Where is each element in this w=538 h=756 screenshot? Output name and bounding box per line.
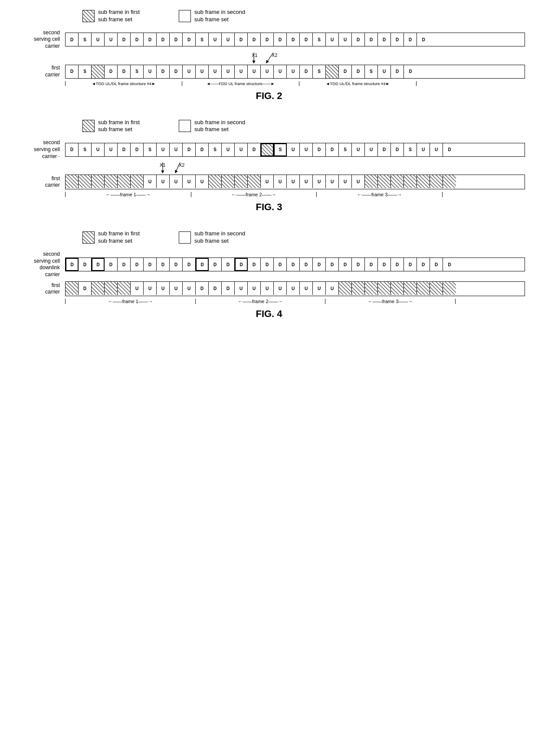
cell-24 <box>378 282 391 295</box>
cell-8: U <box>170 143 183 156</box>
cell-23: U <box>365 143 378 156</box>
cell-28: U <box>430 143 443 156</box>
cell-7: U <box>157 175 170 188</box>
cell-4 <box>118 175 131 188</box>
cell-5 <box>131 175 144 188</box>
cell-0: D <box>66 33 79 46</box>
cell-16: U <box>274 282 287 295</box>
cell-24: D <box>378 33 391 46</box>
cell-29 <box>443 175 456 188</box>
fig2-legend: sub frame in first sub frame set sub fra… <box>82 9 525 23</box>
cell-5: D <box>131 258 144 271</box>
cell-13 <box>235 175 248 188</box>
cell-6: U <box>144 175 157 188</box>
cell-18: U <box>300 143 313 156</box>
cell-15 <box>261 143 274 156</box>
cell-7: D <box>157 258 170 271</box>
cell-21: U <box>339 175 352 188</box>
cell-27 <box>417 175 430 188</box>
cell-29 <box>443 282 456 295</box>
cell-18: D <box>300 65 313 78</box>
cell-16: U <box>274 175 287 188</box>
cell-3: U <box>105 143 118 156</box>
cell-29: D <box>443 258 456 271</box>
cell-17: U <box>287 175 300 188</box>
cell-11 <box>209 175 222 188</box>
hatch-label: sub frame in first sub frame set <box>98 9 140 23</box>
svg-text:X2: X2 <box>272 53 277 58</box>
cell-28 <box>430 175 443 188</box>
cell-3: D <box>105 258 118 271</box>
cell-23 <box>365 175 378 188</box>
fig2-second-carrier-label: second serving cell carrier <box>13 30 65 50</box>
fig2-first-carrier-grid: DSDDSUDDUUUUUUUUUDSDDSUDD <box>65 65 525 79</box>
fig4-first-carrier-row: first carrier DUUUUUDDDUUUUUUUU <box>13 281 525 296</box>
cell-9: U <box>183 65 196 78</box>
fig3-empty-box <box>179 120 191 132</box>
fig3-section: sub frame in first sub frame set sub fra… <box>13 119 525 213</box>
fig3-frame1-label: ←——frame 1——→ <box>65 192 191 197</box>
cell-26: D <box>404 33 417 46</box>
cell-17: U <box>287 65 300 78</box>
cell-1: S <box>79 65 92 78</box>
empty-label: sub frame in second sub frame set <box>194 9 245 23</box>
cell-17: U <box>287 143 300 156</box>
cell-9: U <box>183 175 196 188</box>
cell-4: D <box>118 65 131 78</box>
cell-17: D <box>287 33 300 46</box>
cell-19: U <box>313 282 326 295</box>
cell-5: S <box>131 65 144 78</box>
cell-14: D <box>248 258 261 271</box>
fig4-first-carrier-label: first carrier <box>13 282 65 296</box>
cell-10: D <box>196 143 209 156</box>
cell-8: D <box>170 33 183 46</box>
fig2-second-carrier-row: second serving cell carrier DSUUDDDDDDSU… <box>13 30 525 50</box>
cell-27: D <box>417 33 430 46</box>
fig4-frame3-label: ←——frame 3——→ <box>325 299 456 304</box>
cell-1 <box>79 175 92 188</box>
cell-12: U <box>222 33 235 46</box>
cell-26 <box>404 282 417 295</box>
cell-15: U <box>261 65 274 78</box>
cell-13: D <box>235 33 248 46</box>
cell-17: U <box>287 282 300 295</box>
cell-23: D <box>365 258 378 271</box>
cell-6: D <box>144 258 157 271</box>
cell-12 <box>222 175 235 188</box>
cell-24: D <box>378 143 391 156</box>
cell-16: D <box>274 33 287 46</box>
fig2-first-carrier-label: first carrier <box>13 65 65 78</box>
cell-3 <box>105 175 118 188</box>
cell-13: D <box>235 258 248 271</box>
cell-6: S <box>144 143 157 156</box>
fig3-frame2-label: ←——frame 2——→ <box>191 192 317 197</box>
cell-12: D <box>222 258 235 271</box>
cell-8: D <box>170 65 183 78</box>
cell-22: U <box>352 143 365 156</box>
cell-12: U <box>222 65 235 78</box>
fig2-struct-label-3: ◄TDD UL/DL frame structure #4► <box>299 81 417 86</box>
cell-22: D <box>352 33 365 46</box>
fig4-section: sub frame in first sub frame set sub fra… <box>13 230 525 320</box>
fig4-legend: sub frame in first sub frame set sub fra… <box>82 230 525 245</box>
fig4-second-carrier-grid: DDDDDDDDDDDDDDDDDDDDDDDDDDDDDD <box>65 258 525 271</box>
cell-15: U <box>261 175 274 188</box>
cell-21: D <box>339 258 352 271</box>
cell-16: U <box>274 65 287 78</box>
cell-23: S <box>365 65 378 78</box>
cell-11: U <box>209 65 222 78</box>
cell-10: U <box>196 65 209 78</box>
cell-8: D <box>170 258 183 271</box>
cell-7: U <box>157 282 170 295</box>
cell-0: D <box>66 143 79 156</box>
fig3-first-carrier-row: first carrier UUUUUUUUUUUUU <box>13 175 525 189</box>
cell-24: D <box>378 258 391 271</box>
cell-18: U <box>300 175 313 188</box>
cell-25: D <box>391 65 404 78</box>
cell-13: U <box>235 282 248 295</box>
cell-1: D <box>79 282 92 295</box>
svg-text:X2: X2 <box>179 162 184 168</box>
cell-29: D <box>443 143 456 156</box>
cell-5: D <box>131 33 144 46</box>
cell-11: D <box>209 258 222 271</box>
